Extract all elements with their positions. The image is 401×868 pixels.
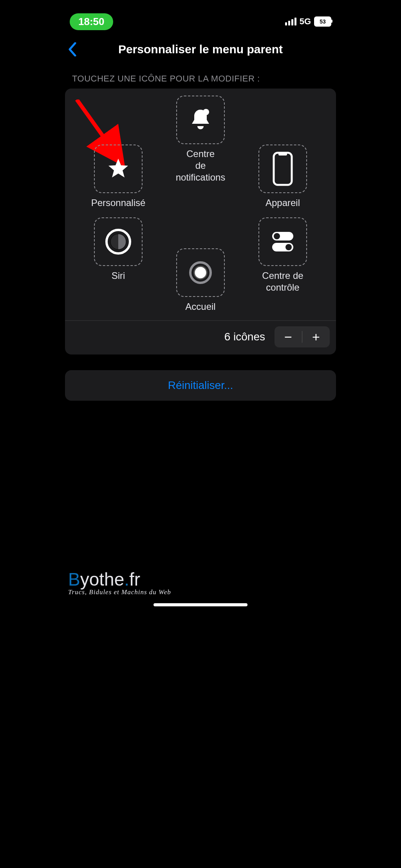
increase-button[interactable]: + — [302, 326, 330, 347]
bell-icon — [188, 107, 213, 132]
icon-label: Accueil — [169, 301, 232, 313]
svg-point-10 — [285, 244, 292, 250]
status-bar: 18:50 5G 53 — [59, 0, 342, 35]
icon-label: Centre decontrôle — [251, 270, 314, 293]
toggles-icon — [269, 228, 296, 255]
icon-label: Appareil — [251, 197, 314, 209]
reset-card: Réinitialiser... — [65, 370, 336, 401]
icon-label: Centrede notifications — [169, 148, 232, 183]
icon-slot-home[interactable]: Accueil — [169, 248, 232, 313]
svg-rect-3 — [278, 153, 287, 156]
nav-bar: Personnaliser le menu parent — [59, 35, 342, 68]
site-watermark: Byothe.fr Trucs, Bidules et Machins du W… — [68, 569, 171, 596]
network-label: 5G — [300, 16, 311, 27]
signal-bars-icon — [285, 18, 296, 25]
icon-slot-notifications[interactable]: Centrede notifications — [169, 96, 232, 183]
page-title: Personnaliser le menu parent — [59, 43, 342, 56]
svg-rect-2 — [274, 153, 292, 185]
status-right: 5G 53 — [285, 16, 331, 27]
phone-icon — [272, 151, 293, 186]
battery-percent: 53 — [315, 17, 331, 26]
icon-label: Siri — [87, 270, 150, 282]
star-icon — [107, 157, 130, 181]
home-indicator[interactable] — [154, 603, 247, 606]
back-button[interactable] — [65, 42, 80, 56]
svg-point-8 — [274, 233, 280, 239]
watermark-brand: Byothe.fr — [68, 569, 171, 590]
watermark-tagline: Trucs, Bidules et Machins du Web — [68, 588, 171, 596]
reset-button[interactable]: Réinitialiser... — [166, 379, 236, 392]
chevron-left-icon — [68, 42, 77, 56]
icon-count-label: 6 icônes — [224, 331, 265, 343]
icon-slot-device[interactable]: Appareil — [251, 145, 314, 209]
siri-icon — [105, 228, 132, 255]
home-button-icon — [188, 260, 213, 285]
card-footer: 6 icônes − + — [65, 321, 336, 354]
status-time: 18:50 — [70, 13, 113, 30]
battery-icon: 53 — [314, 16, 331, 27]
decrease-button[interactable]: − — [275, 326, 302, 347]
count-stepper: − + — [275, 326, 330, 347]
icon-slot-siri[interactable]: Siri — [87, 217, 150, 282]
icon-slot-control-center[interactable]: Centre decontrôle — [251, 217, 314, 293]
icon-slot-custom[interactable]: Personnalisé — [87, 145, 150, 209]
section-hint: TOUCHEZ UNE ICÔNE POUR LA MODIFIER : — [59, 68, 342, 89]
svg-point-1 — [203, 109, 209, 115]
icon-grid: Centrede notifications Personnalisé — [65, 96, 336, 315]
icons-card: Centrede notifications Personnalisé — [65, 89, 336, 354]
icon-label: Personnalisé — [87, 197, 150, 209]
